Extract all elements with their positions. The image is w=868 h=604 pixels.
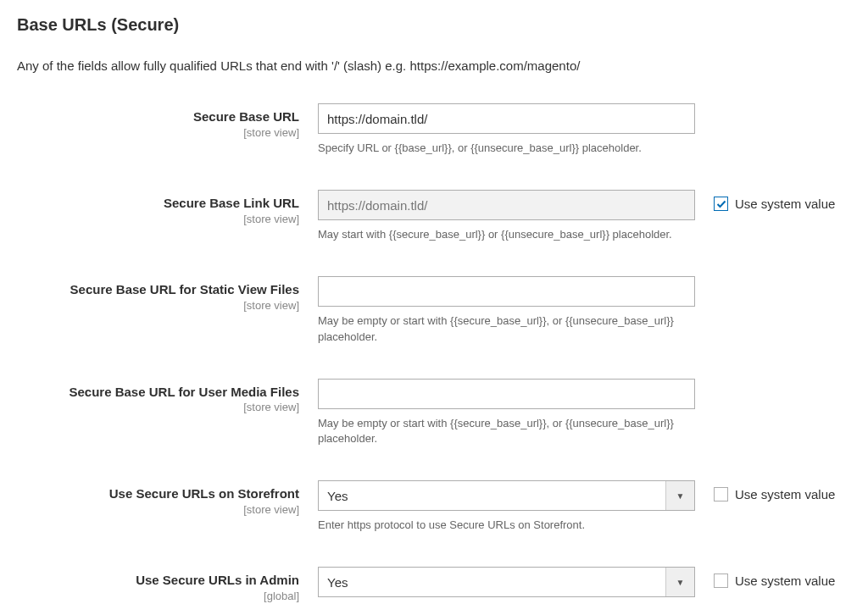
use-secure-storefront-select[interactable]: Yes ▼ [318, 480, 695, 511]
field-note: May be empty or start with {{secure_base… [318, 416, 695, 446]
field-secure-base-link-url: Secure Base Link URL [store view] May st… [17, 190, 851, 242]
control-col: Yes ▼ Enter https protocol to use Secure… [318, 480, 695, 533]
field-use-secure-storefront: Use Secure URLs on Storefront [store vie… [17, 480, 851, 533]
chevron-down-icon: ▼ [665, 481, 694, 510]
use-system-value-wrap: Use system value [695, 480, 835, 501]
use-system-value-label: Use system value [735, 487, 835, 501]
field-label: Secure Base URL [17, 108, 299, 125]
label-col: Secure Base URL for Static View Files [s… [17, 276, 318, 312]
field-scope: [global] [17, 590, 299, 602]
field-note: Specify URL or {{base_url}}, or {{unsecu… [318, 141, 695, 156]
secure-base-url-input[interactable] [318, 103, 695, 134]
field-scope: [store view] [17, 213, 299, 225]
use-system-value-checkbox[interactable] [714, 197, 728, 211]
field-scope: [store view] [17, 126, 299, 139]
use-system-value-checkbox[interactable] [714, 487, 728, 501]
control-col: May be empty or start with {{secure_base… [318, 276, 695, 344]
field-secure-base-static: Secure Base URL for Static View Files [s… [17, 276, 851, 344]
field-label: Secure Base URL for User Media Files [17, 384, 299, 401]
field-label: Secure Base Link URL [17, 195, 299, 212]
use-system-value-wrap: Use system value [695, 567, 835, 588]
section-description: Any of the fields allow fully qualified … [17, 58, 851, 73]
field-scope: [store view] [17, 299, 299, 312]
control-col: Yes ▼ Enter https protocol to use Secure… [318, 567, 695, 604]
control-col: Specify URL or {{base_url}}, or {{unsecu… [318, 103, 695, 156]
label-col: Secure Base Link URL [store view] [17, 190, 318, 225]
use-system-value-checkbox[interactable] [714, 574, 728, 588]
select-value: Yes [319, 575, 665, 590]
field-note: May be empty or start with {{secure_base… [318, 313, 695, 344]
field-label: Secure Base URL for Static View Files [17, 281, 299, 298]
control-col: May start with {{secure_base_url}} or {{… [318, 190, 695, 242]
use-system-value-wrap: Use system value [695, 190, 835, 211]
secure-base-link-url-input [318, 190, 695, 220]
field-label: Use Secure URLs in Admin [17, 572, 299, 589]
chevron-down-icon: ▼ [665, 568, 694, 596]
use-system-value-label: Use system value [735, 574, 835, 588]
field-secure-base-media: Secure Base URL for User Media Files [st… [17, 379, 851, 446]
control-col: May be empty or start with {{secure_base… [318, 379, 695, 446]
field-secure-base-url: Secure Base URL [store view] Specify URL… [17, 103, 851, 156]
select-value: Yes [319, 489, 665, 503]
field-note: May start with {{secure_base_url}} or {{… [318, 227, 695, 242]
field-scope: [store view] [17, 401, 299, 413]
field-label: Use Secure URLs on Storefront [17, 485, 299, 502]
secure-base-static-input[interactable] [318, 276, 695, 307]
label-col: Use Secure URLs on Storefront [store vie… [17, 480, 318, 516]
field-use-secure-admin: Use Secure URLs in Admin [global] Yes ▼ … [17, 567, 851, 604]
secure-base-media-input[interactable] [318, 379, 695, 409]
field-note: Enter https protocol to use Secure URLs … [318, 518, 695, 533]
label-col: Secure Base URL for User Media Files [st… [17, 379, 318, 414]
field-scope: [store view] [17, 503, 299, 516]
label-col: Secure Base URL [store view] [17, 103, 318, 139]
section-title: Base URLs (Secure) [17, 15, 851, 35]
label-col: Use Secure URLs in Admin [global] [17, 567, 318, 602]
check-icon [716, 199, 726, 209]
use-system-value-label: Use system value [735, 197, 835, 211]
use-secure-admin-select[interactable]: Yes ▼ [318, 567, 695, 597]
